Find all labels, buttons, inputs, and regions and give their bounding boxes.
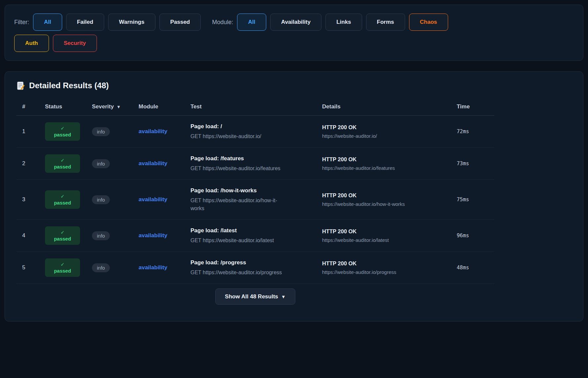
test-subtitle: GET https://website-auditor.io/how-it-wo… — [190, 197, 282, 213]
row-time: 73ms — [457, 161, 494, 167]
check-icon: ✓ — [61, 194, 64, 199]
row-time: 48ms — [457, 265, 494, 271]
severity-badge: info — [92, 231, 110, 240]
status-text: passed — [54, 236, 71, 242]
col-module: Module — [139, 103, 190, 110]
chevron-down-icon: ▼ — [281, 294, 286, 299]
status-filter-failed[interactable]: Failed — [66, 14, 104, 31]
status-filter-all[interactable]: All — [33, 14, 62, 31]
check-icon: ✓ — [61, 230, 64, 235]
results-table: # Status Severity ▼ Module Test Details … — [16, 103, 494, 284]
test-title: Page load: /progress — [190, 258, 282, 267]
module-name: availability — [139, 160, 190, 167]
module-name: availability — [139, 232, 190, 239]
module-filter-links[interactable]: Links — [325, 14, 362, 31]
results-title-text: Detailed Results (48) — [29, 81, 109, 90]
test-title: Page load: /how-it-works — [190, 186, 282, 195]
sort-desc-icon: ▼ — [116, 104, 121, 109]
severity-badge: info — [92, 195, 110, 204]
details-url: https://website-auditor.io/how-it-works — [322, 201, 443, 207]
col-time: Time — [457, 103, 494, 110]
status-filter-passed[interactable]: Passed — [159, 14, 201, 31]
table-body: 1 ✓ passed info availability Page load: … — [16, 116, 494, 284]
module-filter-all[interactable]: All — [237, 14, 266, 31]
status-badge: ✓ passed — [45, 190, 80, 209]
filter-row: AuthSecurity — [14, 35, 574, 52]
show-all-button[interactable]: Show All 48 Results ▼ — [215, 288, 295, 305]
table-row: 5 ✓ passed info availability Page load: … — [16, 252, 494, 284]
status-text: passed — [54, 132, 71, 137]
details-url: https://website-auditor.io/features — [322, 165, 443, 171]
severity-badge: info — [92, 263, 110, 272]
status-text: passed — [54, 268, 71, 274]
row-time: 75ms — [457, 197, 494, 203]
table-header: # Status Severity ▼ Module Test Details … — [16, 103, 494, 116]
results-title: Detailed Results (48) — [16, 81, 572, 90]
status-badge: ✓ passed — [45, 122, 80, 141]
row-time: 96ms — [457, 233, 494, 239]
check-icon: ✓ — [61, 262, 64, 267]
details-title: HTTP 200 OK — [322, 228, 443, 235]
row-index: 3 — [22, 196, 45, 203]
details-url: https://website-auditor.io/latest — [322, 237, 443, 243]
status-text: passed — [54, 164, 71, 170]
col-index: # — [22, 103, 45, 110]
row-index: 2 — [22, 160, 45, 167]
status-badge: ✓ passed — [45, 258, 80, 277]
col-severity[interactable]: Severity ▼ — [92, 103, 139, 110]
module-filter-security[interactable]: Security — [53, 35, 97, 52]
row-index: 4 — [22, 232, 45, 239]
details-url: https://website-auditor.io/ — [322, 133, 443, 139]
table-row: 4 ✓ passed info availability Page load: … — [16, 220, 494, 252]
module-filter-availability[interactable]: Availability — [270, 14, 321, 31]
col-status: Status — [45, 103, 92, 110]
row-time: 72ms — [457, 129, 494, 134]
test-subtitle: GET https://website-auditor.io/latest — [190, 237, 282, 245]
filter-card: Filter:AllFailedWarningsPassedModule:All… — [5, 5, 583, 61]
table-row: 1 ✓ passed info availability Page load: … — [16, 116, 494, 148]
status-text: passed — [54, 200, 71, 206]
module-label: Module: — [212, 19, 233, 26]
test-title: Page load: /latest — [190, 226, 282, 235]
row-index: 1 — [22, 128, 45, 135]
details-url: https://website-auditor.io/progress — [322, 269, 443, 275]
test-subtitle: GET https://website-auditor.io/ — [190, 132, 282, 141]
module-name: availability — [139, 196, 190, 203]
col-test: Test — [190, 103, 322, 110]
test-subtitle: GET https://website-auditor.io/features — [190, 165, 282, 173]
module-name: availability — [139, 128, 190, 135]
details-title: HTTP 200 OK — [322, 124, 443, 131]
check-icon: ✓ — [61, 126, 64, 131]
severity-badge: info — [92, 159, 110, 168]
show-all-label: Show All 48 Results — [225, 293, 278, 300]
check-icon: ✓ — [61, 158, 64, 163]
status-filter-warnings[interactable]: Warnings — [108, 14, 155, 31]
row-index: 5 — [22, 264, 45, 271]
module-name: availability — [139, 264, 190, 271]
table-row: 2 ✓ passed info availability Page load: … — [16, 148, 494, 180]
filter-row: Filter:AllFailedWarningsPassedModule:All… — [14, 14, 574, 31]
col-severity-label: Severity — [92, 103, 114, 110]
show-all-row: Show All 48 Results ▼ — [16, 288, 494, 305]
test-title: Page load: /features — [190, 154, 282, 163]
col-details: Details — [322, 103, 457, 110]
table-row: 3 ✓ passed info availability Page load: … — [16, 180, 494, 220]
test-subtitle: GET https://website-auditor.io/progress — [190, 269, 282, 277]
module-filter-forms[interactable]: Forms — [366, 14, 405, 31]
filter-label: Filter: — [14, 19, 29, 26]
details-title: HTTP 200 OK — [322, 192, 443, 199]
status-badge: ✓ passed — [45, 154, 80, 173]
filter-bar: Filter:AllFailedWarningsPassedModule:All… — [14, 14, 574, 52]
memo-icon — [16, 81, 25, 90]
details-title: HTTP 200 OK — [322, 156, 443, 163]
module-filter-auth[interactable]: Auth — [14, 35, 49, 52]
status-badge: ✓ passed — [45, 226, 80, 245]
details-title: HTTP 200 OK — [322, 260, 443, 267]
module-filter-chaos[interactable]: Chaos — [409, 14, 448, 31]
severity-badge: info — [92, 127, 110, 136]
results-card: Detailed Results (48) # Status Severity … — [5, 71, 583, 321]
test-title: Page load: / — [190, 122, 282, 131]
